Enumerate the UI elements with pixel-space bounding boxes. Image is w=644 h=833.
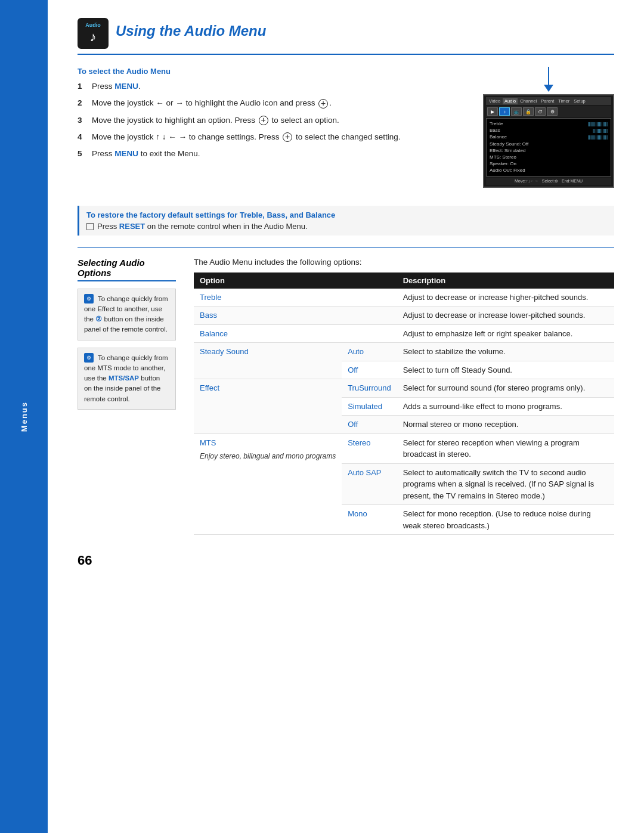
- instructions-column: To select the Audio Menu 1 Press MENU. 2…: [78, 67, 465, 188]
- selecting-title: Selecting Audio Options: [78, 258, 176, 281]
- option-mts: MTS Enjoy stereo, bilingual and mono pro…: [194, 433, 342, 535]
- step-3: 3 Move the joystick to highlight an opti…: [78, 114, 465, 126]
- option-balance: Balance: [194, 324, 397, 343]
- note-icon-1: ⚙: [84, 294, 94, 304]
- table-row: Balance Adjust to emphasize left or righ…: [194, 324, 614, 343]
- sub-auto-sap: Auto SAP: [342, 463, 397, 505]
- desc-bass: Adjust to decrease or increase lower-pit…: [397, 306, 614, 325]
- desc-auto-sap: Select to automatically switch the TV to…: [397, 463, 614, 505]
- tv-bottom-bar: Move:↑↓←→ Select:⊕ End:MENU: [486, 178, 611, 185]
- desc-effect-off: Normal stereo or mono reception.: [397, 416, 614, 434]
- audio-icon-symbol: ♪: [90, 29, 97, 45]
- option-bass: Bass: [194, 306, 397, 325]
- steps-list: 1 Press MENU. 2 Move the joystick ← or →…: [78, 80, 465, 160]
- sub-auto: Auto: [342, 343, 397, 361]
- desc-treble: Adjust to decrease or increase higher-pi…: [397, 289, 614, 306]
- tv-screen: Video Audio Channel Parent Timer Setup ▶…: [483, 94, 614, 188]
- option-treble: Treble: [194, 289, 397, 306]
- option-steady-sound: Steady Sound: [194, 343, 342, 379]
- col-header-description: Description: [397, 272, 614, 289]
- desc-trusurround: Select for surround sound (for stereo pr…: [397, 379, 614, 398]
- sub-simulated: Simulated: [342, 397, 397, 416]
- note-icon-2: ⚙: [84, 353, 94, 363]
- restore-note: To restore the factory default settings …: [78, 206, 614, 236]
- option-effect: Effect: [194, 379, 342, 434]
- desc-balance: Adjust to emphasize left or right speake…: [397, 324, 614, 343]
- table-row: Effect TruSurround Select for surround s…: [194, 379, 614, 398]
- restore-body: Press RESET on the remote control when i…: [86, 222, 607, 231]
- page-number: 66: [78, 553, 614, 568]
- table-row: Steady Sound Auto Select to stabilize th…: [194, 343, 614, 361]
- main-content: Audio ♪ Using the Audio Menu To select t…: [48, 0, 644, 592]
- desc-steady-auto: Select to stabilize the volume.: [397, 343, 614, 361]
- step-1: 1 Press MENU.: [78, 80, 465, 92]
- tv-menu: Treble |||||||||||||||| Bass |||||||||||…: [486, 118, 611, 176]
- note-box-2: ⚙ To change quickly from one MTS mode to…: [78, 348, 176, 410]
- checkbox-icon: [86, 223, 94, 230]
- table-row: MTS Enjoy stereo, bilingual and mono pro…: [194, 433, 614, 463]
- table-row: Bass Adjust to decrease or increase lowe…: [194, 306, 614, 325]
- section-divider: [78, 247, 614, 248]
- top-content: To select the Audio Menu 1 Press MENU. 2…: [78, 67, 614, 188]
- instructions-subheading: To select the Audio Menu: [78, 67, 465, 76]
- desc-steady-off: Select to turn off Steady Sound.: [397, 361, 614, 379]
- sub-trusurround: TruSurround: [342, 379, 397, 398]
- sub-off-effect: Off: [342, 416, 397, 434]
- step-4: 4 Move the joystick ↑ ↓ ← → to change se…: [78, 131, 465, 143]
- audio-icon-box: Audio ♪: [78, 18, 109, 49]
- page-title: Using the Audio Menu: [116, 18, 266, 40]
- options-table: Option Description Treble Adjust to decr…: [194, 272, 614, 535]
- sidebar: Menus: [0, 0, 48, 833]
- tv-tabs: Video Audio Channel Parent Timer Setup: [486, 97, 611, 105]
- col-header-option: Option: [194, 272, 397, 289]
- audio-badge: Audio: [85, 22, 101, 28]
- desc-simulated: Adds a surround-like effect to mono prog…: [397, 397, 614, 416]
- sidebar-label: Menus: [20, 401, 29, 432]
- note-box-1: ⚙ To change quickly from one Effect to a…: [78, 289, 176, 340]
- desc-mono: Select for mono reception. (Use to reduc…: [397, 505, 614, 535]
- right-column: The Audio Menu includes the following op…: [194, 258, 614, 535]
- tv-icons: ▶ ♪ 📺 🔒 ⏱ ⚙: [486, 106, 611, 117]
- sub-stereo: Stereo: [342, 433, 397, 463]
- left-column: Selecting Audio Options ⚙ To change quic…: [78, 258, 176, 535]
- sub-mono: Mono: [342, 505, 397, 535]
- section-header: Audio ♪ Using the Audio Menu: [78, 18, 614, 55]
- tv-screen-column: Video Audio Channel Parent Timer Setup ▶…: [483, 67, 614, 188]
- table-intro: The Audio Menu includes the following op…: [194, 258, 614, 267]
- desc-stereo: Select for stereo reception when viewing…: [397, 433, 614, 463]
- restore-heading: To restore the factory default settings …: [86, 210, 607, 219]
- step-2: 2 Move the joystick ← or → to highlight …: [78, 97, 465, 109]
- step-5: 5 Press MENU to exit the Menu.: [78, 148, 465, 160]
- table-header-row: Option Description: [194, 272, 614, 289]
- table-row: Treble Adjust to decrease or increase hi…: [194, 289, 614, 306]
- sub-off-steady: Off: [342, 361, 397, 379]
- lower-content: Selecting Audio Options ⚙ To change quic…: [78, 258, 614, 535]
